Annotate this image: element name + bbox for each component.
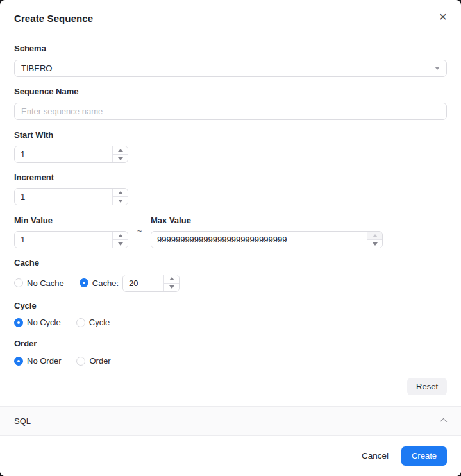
cancel-button[interactable]: Cancel (362, 451, 389, 461)
radio-label: Order (89, 356, 110, 366)
reset-row: Reset (14, 378, 447, 395)
radio-icon (76, 318, 85, 327)
close-icon[interactable]: × (439, 12, 447, 22)
start-with-label: Start With (14, 131, 447, 140)
radio-label: No Cycle (27, 318, 61, 327)
dialog-footer: Cancel Create (0, 436, 461, 476)
sql-section-label: SQL (14, 416, 31, 426)
cycle-label: Cycle (14, 302, 447, 310)
radio-icon (76, 357, 85, 366)
dialog-title: Create Sequence (14, 13, 93, 24)
max-value-stepper (151, 231, 383, 248)
spinner-down-icon (169, 285, 174, 289)
spinner-up-button[interactable] (164, 275, 179, 284)
increment-spinner (112, 189, 128, 205)
create-sequence-dialog: Create Sequence × Schema TIBERO Sequence… (0, 0, 461, 476)
spinner-up-button[interactable] (113, 146, 128, 155)
range-separator: ~ (128, 226, 151, 235)
cycle-options-row: No Cycle Cycle (14, 318, 447, 327)
radio-cycle[interactable]: Cycle (76, 318, 110, 327)
increment-stepper (14, 188, 128, 205)
spinner-up-button[interactable] (113, 232, 128, 240)
cache-size-input[interactable] (123, 275, 163, 291)
radio-icon (14, 278, 23, 287)
radio-label: No Cache (27, 278, 64, 288)
spinner-up-button[interactable] (367, 232, 382, 240)
reset-button[interactable]: Reset (407, 378, 447, 395)
max-value-input[interactable] (151, 232, 367, 248)
spinner-down-icon (118, 157, 123, 160)
min-value-input[interactable] (15, 232, 112, 248)
sequence-name-label: Sequence Name (14, 87, 447, 96)
chevron-down-icon (435, 67, 440, 70)
cache-label: Cache (14, 259, 447, 268)
spinner-down-icon (118, 242, 123, 246)
spinner-down-icon (373, 242, 378, 246)
increment-input[interactable] (15, 189, 112, 205)
spinner-up-icon (118, 149, 123, 152)
start-with-stepper (14, 146, 128, 163)
spinner-down-button[interactable] (113, 197, 128, 205)
spinner-up-icon (169, 277, 174, 280)
spinner-down-button[interactable] (164, 284, 179, 291)
radio-order[interactable]: Order (76, 356, 110, 366)
start-with-spinner (112, 146, 128, 162)
schema-label: Schema (14, 44, 447, 53)
order-options-row: No Order Order (14, 356, 447, 366)
radio-no-cycle[interactable]: No Cycle (14, 318, 61, 327)
radio-no-cache[interactable]: No Cache (14, 278, 64, 288)
max-value-spinner (367, 232, 382, 248)
spinner-up-icon (118, 191, 123, 194)
radio-no-order[interactable]: No Order (14, 356, 61, 366)
min-value-stepper (14, 231, 128, 248)
start-with-input[interactable] (15, 146, 112, 162)
cache-size-stepper (122, 275, 180, 292)
chevron-up-icon (440, 418, 447, 425)
min-value-spinner (112, 232, 128, 248)
radio-icon (14, 357, 23, 366)
radio-label: Cycle (89, 318, 110, 327)
min-value-label: Min Value (14, 216, 128, 225)
spinner-down-button[interactable] (113, 155, 128, 162)
sequence-name-input[interactable] (14, 103, 447, 120)
create-button[interactable]: Create (401, 446, 447, 466)
cache-options-row: No Cache Cache: (14, 275, 447, 291)
min-value-group: Min Value (14, 216, 128, 248)
spinner-down-button[interactable] (367, 240, 382, 248)
schema-select[interactable]: TIBERO (14, 60, 447, 77)
order-label: Order (14, 339, 447, 348)
dialog-body: Schema TIBERO Sequence Name Start With I… (0, 24, 461, 395)
radio-cache[interactable]: Cache: (80, 278, 119, 288)
radio-icon (80, 278, 88, 287)
spinner-up-button[interactable] (113, 189, 128, 197)
spinner-up-icon (118, 234, 123, 237)
cache-size-spinner (163, 275, 179, 291)
spinner-down-button[interactable] (113, 240, 128, 248)
radio-icon (14, 318, 23, 327)
spinner-down-icon (118, 200, 123, 203)
sql-section-toggle[interactable]: SQL (0, 406, 461, 436)
schema-select-value: TIBERO (21, 64, 52, 73)
radio-label: Cache: (92, 278, 119, 288)
max-value-label: Max Value (151, 216, 383, 225)
radio-label: No Order (27, 356, 61, 366)
increment-label: Increment (14, 173, 447, 182)
min-max-row: Min Value ~ Max Value (14, 216, 447, 248)
max-value-group: Max Value (151, 216, 383, 248)
dialog-header: Create Sequence × (0, 0, 461, 24)
spinner-up-icon (373, 234, 378, 237)
